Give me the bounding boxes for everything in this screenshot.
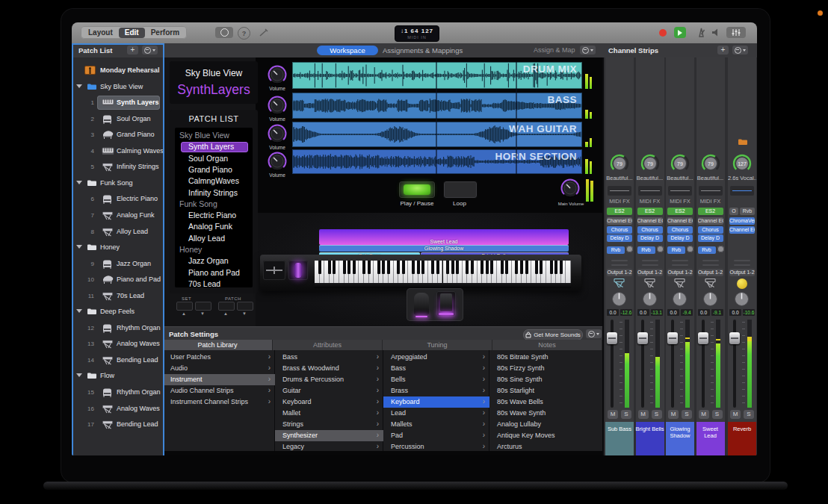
send-knob[interactable] — [626, 246, 633, 252]
sidebar-patch-row[interactable]: 1 Synth Layers — [72, 95, 163, 111]
browser-item[interactable]: Bass › — [383, 363, 489, 374]
audio-fx-slot[interactable]: Chorus — [667, 226, 693, 234]
screen-list-patch[interactable]: 70s Lead — [188, 279, 253, 287]
strip-knob[interactable]: 79 — [610, 154, 629, 173]
send-knob[interactable] — [717, 246, 724, 252]
piano-key-black[interactable] — [436, 261, 439, 274]
browser-item[interactable]: Instrument › — [163, 374, 275, 385]
assign-map-button[interactable]: Assign & Map — [534, 46, 575, 55]
browser-item[interactable]: Brass › — [383, 385, 489, 396]
layer-bar[interactable]: Glowing Shadow — [319, 245, 569, 252]
main-volume-knob[interactable] — [560, 178, 581, 199]
track-volume-knob[interactable] — [267, 123, 288, 144]
piano-key-black[interactable] — [490, 261, 493, 274]
volume-fader[interactable] — [607, 332, 617, 344]
piano-key-black[interactable] — [328, 261, 331, 274]
input-button[interactable]: O — [729, 208, 738, 215]
piano-key-black[interactable] — [481, 261, 483, 274]
solo-button[interactable]: S — [744, 410, 754, 419]
pitch-bend-pad[interactable] — [263, 261, 285, 280]
get-more-sounds-button[interactable]: Get More Sounds — [523, 329, 583, 340]
pan-knob[interactable] — [734, 291, 750, 307]
browser-item[interactable]: User Patches › — [163, 352, 275, 363]
browser-item[interactable]: Bells › — [383, 374, 489, 385]
tab-workspace[interactable]: Workspace — [317, 46, 378, 55]
sidebar-patch-row[interactable]: 8 Alloy Lead — [72, 224, 163, 240]
mod-wheel[interactable] — [288, 261, 308, 280]
piano-key-black[interactable] — [456, 261, 459, 274]
send-slot[interactable]: Rvb — [637, 246, 655, 254]
piano-key-black[interactable] — [535, 261, 538, 274]
sidebar-patch-row[interactable]: 16 Analog Waves — [72, 401, 163, 417]
screen-list-patch[interactable]: Piano and Pad — [188, 267, 253, 279]
expression-pedal[interactable] — [414, 293, 429, 315]
strip-sound-label[interactable]: Beautiful... — [696, 175, 725, 181]
midi-fx-slot[interactable]: MIDI FX — [666, 198, 694, 205]
strip-sound-label[interactable]: Beautiful... — [636, 175, 664, 181]
piano-key-black[interactable] — [347, 261, 350, 274]
track-row-horn-section[interactable]: HORN SECTION — [292, 149, 582, 174]
screen-list-patch[interactable]: Jazz Organ — [188, 255, 253, 267]
channel-strips-action-menu[interactable] — [732, 46, 748, 55]
disclosure-triangle-icon[interactable] — [76, 181, 82, 184]
piano-key-black[interactable] — [501, 261, 504, 274]
screen-list-patch[interactable]: Alloy Lead — [188, 233, 253, 244]
piano-key-black[interactable] — [343, 261, 346, 274]
send-knob[interactable] — [657, 246, 664, 252]
output-slot[interactable]: Output 1-2 — [607, 269, 632, 276]
mode-layout-button[interactable]: Layout — [82, 28, 119, 38]
sidebar-patch-row[interactable]: 4 Calming Waves — [72, 143, 163, 159]
mute-button[interactable]: M — [668, 410, 679, 419]
solo-button[interactable]: S — [652, 410, 662, 419]
volume-fader[interactable] — [637, 332, 648, 344]
patch-settings-tab-attributes[interactable]: Attributes — [273, 340, 383, 350]
solo-button[interactable]: S — [712, 410, 723, 419]
piano-key-black[interactable] — [333, 261, 336, 274]
midi-fx-slot[interactable]: MIDI FX — [696, 198, 725, 205]
piano-key-black[interactable] — [554, 261, 557, 274]
feedback-protection-button[interactable] — [215, 27, 233, 38]
output-slot[interactable]: Output 1-2 — [729, 269, 755, 276]
audio-fx-slot[interactable]: ChromaVerb — [729, 217, 755, 225]
browser-item[interactable]: Bass › — [275, 352, 383, 363]
volume-readout[interactable]: 0.0 — [667, 309, 679, 316]
solo-button[interactable]: S — [682, 410, 692, 419]
mute-button[interactable]: M — [638, 410, 649, 419]
browser-item[interactable]: Keyboard › — [275, 396, 383, 408]
instrument-slot[interactable]: ES2 — [637, 208, 663, 215]
sidebar-patch-row[interactable]: 9 Jazz Organ — [72, 256, 163, 272]
set-prev-button[interactable] — [176, 302, 193, 311]
piano-key-black[interactable] — [540, 261, 543, 274]
playhead-marker[interactable] — [516, 62, 517, 174]
browser-item[interactable]: Audio Channel Strips › — [163, 385, 275, 396]
add-patch-button[interactable]: + — [127, 46, 138, 55]
volume-readout[interactable]: 0.0 — [729, 309, 741, 316]
sidebar-patch-row[interactable]: 17 Bending Lead — [72, 417, 163, 432]
workspace-action-menu[interactable] — [580, 46, 596, 55]
piano-key-black[interactable] — [377, 261, 380, 274]
master-mute-icon[interactable] — [711, 28, 721, 37]
piano-key-black[interactable] — [397, 261, 400, 274]
metronome-icon[interactable] — [696, 28, 706, 37]
patch-settings-tab-patch-library[interactable]: Patch Library — [163, 340, 273, 350]
channel-strip-panel-toggle-button[interactable] — [726, 27, 746, 38]
output-slot[interactable]: Output 1-2 — [667, 269, 693, 276]
volume-readout[interactable]: 0.0 — [698, 309, 710, 316]
sidebar-set-row[interactable]: Funk Song — [72, 175, 163, 191]
mute-button[interactable]: M — [699, 410, 709, 419]
sidebar-patch-row[interactable]: 5 Infinity Strings — [72, 159, 163, 175]
audio-fx-slot[interactable]: Chorus — [698, 226, 723, 234]
pan-knob[interactable] — [611, 291, 627, 307]
piano-key-black[interactable] — [402, 261, 405, 274]
piano-key-black[interactable] — [431, 261, 434, 274]
sidebar-patch-row[interactable]: 14 Bending Lead — [72, 352, 163, 368]
midi-fx-slot[interactable]: MIDI FX — [636, 198, 664, 205]
audio-fx-slot[interactable]: Channel EQ — [698, 217, 723, 225]
volume-fader[interactable] — [698, 332, 708, 344]
piano-key-black[interactable] — [505, 261, 508, 274]
volume-fader[interactable] — [729, 332, 740, 344]
browser-item[interactable]: Pad › — [383, 430, 489, 441]
track-volume-knob[interactable] — [267, 95, 288, 116]
playhead-marker[interactable] — [436, 62, 437, 174]
sidebar-set-row[interactable]: Flow — [72, 368, 163, 384]
